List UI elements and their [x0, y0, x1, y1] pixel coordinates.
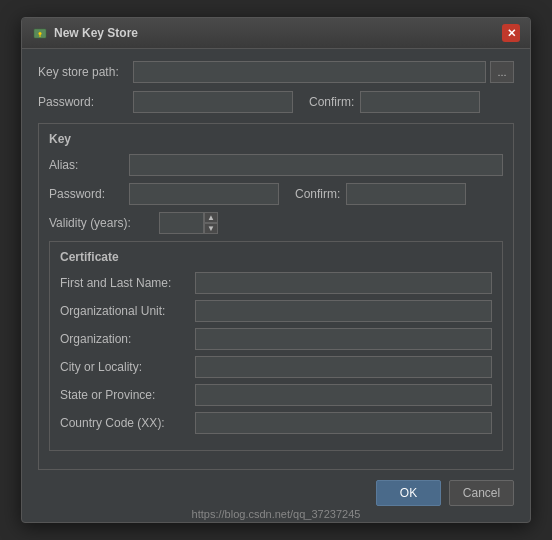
- dialog-content: Key store path: ... Password: Confirm: K…: [22, 49, 530, 522]
- title-bar: New Key Store ✕: [22, 18, 530, 49]
- spinner-up-button[interactable]: ▲: [204, 212, 218, 223]
- top-password-label: Password:: [38, 95, 133, 109]
- button-row: OK Cancel: [38, 480, 514, 506]
- organization-row: Organization:: [60, 328, 492, 350]
- country-code-label: Country Code (XX):: [60, 416, 195, 430]
- top-confirm-input[interactable]: [360, 91, 480, 113]
- close-button[interactable]: ✕: [502, 24, 520, 42]
- state-province-input[interactable]: [195, 384, 492, 406]
- keystore-path-input[interactable]: [133, 61, 486, 83]
- top-password-row: Password: Confirm:: [38, 91, 514, 113]
- dialog-title: New Key Store: [54, 26, 138, 40]
- alias-label: Alias:: [49, 158, 129, 172]
- city-locality-label: City or Locality:: [60, 360, 195, 374]
- spinner-buttons: ▲ ▼: [204, 212, 218, 234]
- svg-point-1: [39, 32, 42, 35]
- alias-row: Alias:: [49, 154, 503, 176]
- key-password-input[interactable]: [129, 183, 279, 205]
- validity-row: Validity (years): 25 ▲ ▼: [49, 212, 503, 234]
- state-province-row: State or Province:: [60, 384, 492, 406]
- key-confirm-input[interactable]: [346, 183, 466, 205]
- keystore-path-label: Key store path:: [38, 65, 133, 79]
- key-password-label: Password:: [49, 187, 129, 201]
- keystore-path-row: Key store path: ...: [38, 61, 514, 83]
- keystore-icon: [32, 25, 48, 41]
- path-input-container: ...: [133, 61, 514, 83]
- key-confirm-section: Confirm:: [295, 183, 466, 205]
- first-last-name-row: First and Last Name:: [60, 272, 492, 294]
- key-section-label: Key: [49, 132, 503, 146]
- city-locality-input[interactable]: [195, 356, 492, 378]
- key-section: Key Alias: Password: Confirm: Validity (…: [38, 123, 514, 470]
- organizational-unit-label: Organizational Unit:: [60, 304, 195, 318]
- validity-spinner: 25 ▲ ▼: [159, 212, 218, 234]
- watermark: https://blog.csdn.net/qq_37237245: [22, 506, 530, 522]
- organization-input[interactable]: [195, 328, 492, 350]
- organizational-unit-row: Organizational Unit:: [60, 300, 492, 322]
- spinner-down-button[interactable]: ▼: [204, 223, 218, 234]
- ok-button[interactable]: OK: [376, 480, 441, 506]
- key-password-row: Password: Confirm:: [49, 183, 503, 205]
- organizational-unit-input[interactable]: [195, 300, 492, 322]
- organization-label: Organization:: [60, 332, 195, 346]
- cancel-button[interactable]: Cancel: [449, 480, 514, 506]
- top-confirm-section: Confirm:: [309, 91, 480, 113]
- browse-button[interactable]: ...: [490, 61, 514, 83]
- new-key-store-dialog: New Key Store ✕ Key store path: ... Pass…: [21, 17, 531, 523]
- alias-input[interactable]: [129, 154, 503, 176]
- country-code-input[interactable]: [195, 412, 492, 434]
- key-confirm-label: Confirm:: [295, 187, 340, 201]
- certificate-section-label: Certificate: [60, 250, 492, 264]
- validity-label: Validity (years):: [49, 216, 159, 230]
- top-confirm-label: Confirm:: [309, 95, 354, 109]
- top-password-input[interactable]: [133, 91, 293, 113]
- state-province-label: State or Province:: [60, 388, 195, 402]
- certificate-section: Certificate First and Last Name: Organiz…: [49, 241, 503, 451]
- first-last-name-label: First and Last Name:: [60, 276, 195, 290]
- title-bar-left: New Key Store: [32, 25, 138, 41]
- city-locality-row: City or Locality:: [60, 356, 492, 378]
- country-code-row: Country Code (XX):: [60, 412, 492, 434]
- validity-input[interactable]: 25: [159, 212, 204, 234]
- first-last-name-input[interactable]: [195, 272, 492, 294]
